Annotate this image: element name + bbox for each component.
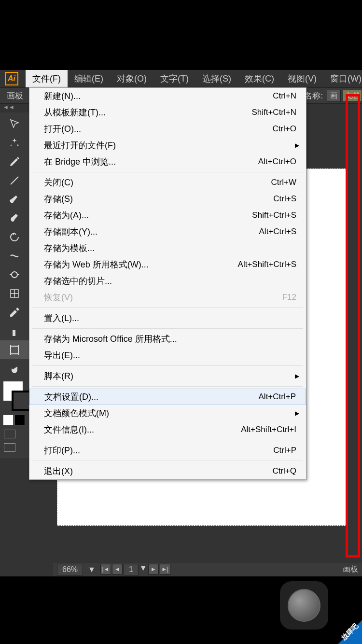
menu-item[interactable]: 关闭(C)Ctrl+W bbox=[29, 174, 306, 191]
nav-prev[interactable]: ◄ bbox=[112, 564, 123, 574]
menu-object[interactable]: 对象(O) bbox=[110, 70, 153, 87]
menu-item[interactable]: 存储(S)Ctrl+S bbox=[29, 191, 306, 207]
menu-item[interactable]: 文件信息(I)...Alt+Shift+Ctrl+I bbox=[29, 421, 306, 438]
menu-item[interactable]: 存储为 Web 所用格式(W)...Alt+Shift+Ctrl+S bbox=[29, 256, 306, 273]
menu-item[interactable]: 存储副本(Y)...Alt+Ctrl+S bbox=[29, 224, 306, 240]
svg-point-0 bbox=[12, 272, 17, 278]
free-transform-tool[interactable] bbox=[0, 265, 29, 284]
menu-item[interactable]: 脚本(R)▶ bbox=[29, 368, 306, 384]
screen-mode-1[interactable] bbox=[4, 430, 15, 438]
menu-type[interactable]: 文字(T) bbox=[153, 70, 195, 87]
magic-wand-tool[interactable] bbox=[0, 133, 29, 152]
menu-item[interactable]: 文档设置(D)...Alt+Ctrl+P bbox=[29, 389, 306, 405]
svg-rect-2 bbox=[13, 330, 15, 336]
artboard-nav: |◄ ◄ 1 ▼ ► ►| bbox=[100, 564, 170, 575]
options-tab: 画板 bbox=[7, 90, 23, 101]
menu-edit[interactable]: 编辑(E) bbox=[68, 70, 110, 87]
menu-item[interactable]: 置入(L)... bbox=[29, 310, 306, 326]
palette-black[interactable] bbox=[14, 415, 25, 425]
page-input[interactable]: 1 bbox=[124, 564, 139, 575]
screen-mode-2[interactable] bbox=[4, 443, 15, 452]
eyedropper-tool[interactable] bbox=[0, 303, 29, 322]
svg-rect-3 bbox=[11, 346, 18, 354]
watermark-corner: 放肆吧 bbox=[328, 610, 362, 644]
symbol-sprayer-tool[interactable] bbox=[0, 322, 29, 340]
menu-item[interactable]: 退出(X)Ctrl+Q bbox=[29, 463, 306, 479]
menubar: Ai 文件(F) 编辑(E) 对象(O) 文字(T) 选择(S) 效果(C) 视… bbox=[0, 70, 362, 87]
brush-tool[interactable] bbox=[0, 190, 29, 209]
nav-next[interactable]: ► bbox=[148, 564, 159, 574]
nav-first[interactable]: |◄ bbox=[100, 564, 111, 574]
name-label: 名称: bbox=[304, 90, 323, 101]
status-bar: 66% ▼ |◄ ◄ 1 ▼ ► ►| 画板 bbox=[53, 562, 362, 576]
menu-item[interactable]: 新建(N)...Ctrl+N bbox=[29, 88, 306, 104]
selection-tool[interactable] bbox=[0, 114, 29, 133]
mesh-tool[interactable] bbox=[0, 284, 29, 303]
menu-item: 恢复(V)F12 bbox=[29, 289, 306, 306]
palette-white[interactable] bbox=[3, 415, 14, 425]
blob-brush-tool[interactable] bbox=[0, 209, 29, 227]
line-tool[interactable] bbox=[0, 171, 29, 190]
tools-panel bbox=[0, 112, 29, 458]
width-tool[interactable] bbox=[0, 246, 29, 265]
menu-item[interactable]: 最近打开的文件(F)▶ bbox=[29, 137, 306, 154]
menu-item[interactable]: 在 Bridge 中浏览...Alt+Ctrl+O bbox=[29, 154, 306, 170]
status-label: 画板 bbox=[343, 564, 358, 574]
menu-item[interactable]: 打印(P)...Ctrl+P bbox=[29, 442, 306, 459]
menu-item[interactable]: 文档颜色模式(M)▶ bbox=[29, 405, 306, 421]
menu-window[interactable]: 窗口(W) bbox=[323, 70, 362, 87]
menu-item[interactable]: 存储为 Microsoft Office 所用格式... bbox=[29, 331, 306, 347]
assistive-touch-button[interactable] bbox=[280, 581, 328, 630]
menu-item[interactable]: 存储为(A)...Shift+Ctrl+S bbox=[29, 207, 306, 224]
menu-item[interactable]: 导出(E)... bbox=[29, 347, 306, 364]
menu-select[interactable]: 选择(S) bbox=[195, 70, 238, 87]
name-button[interactable]: 画 bbox=[327, 90, 341, 102]
menu-item[interactable]: 从模板新建(T)...Shift+Ctrl+N bbox=[29, 104, 306, 121]
menu-effect[interactable]: 效果(C) bbox=[238, 70, 281, 87]
nav-last[interactable]: ►| bbox=[160, 564, 170, 574]
zoom-level[interactable]: 66% bbox=[57, 564, 83, 575]
color-swatches[interactable] bbox=[0, 378, 29, 458]
artboard-tool[interactable] bbox=[0, 340, 29, 359]
name-value[interactable]: 文档 bbox=[343, 90, 362, 102]
menu-item[interactable]: 存储为模板... bbox=[29, 240, 306, 256]
menu-file[interactable]: 文件(F) bbox=[26, 70, 68, 87]
pen-tool[interactable] bbox=[0, 152, 29, 171]
menu-item[interactable]: 存储选中的切片... bbox=[29, 273, 306, 289]
rotate-tool[interactable] bbox=[0, 227, 29, 246]
menu-item[interactable]: 打开(O)...Ctrl+O bbox=[29, 121, 306, 137]
app-logo: Ai bbox=[5, 70, 18, 87]
menu-view[interactable]: 视图(V) bbox=[281, 70, 323, 87]
hand-tool[interactable] bbox=[0, 359, 29, 378]
file-menu-dropdown: 新建(N)...Ctrl+N从模板新建(T)...Shift+Ctrl+N打开(… bbox=[29, 87, 306, 480]
app-window: Ai 文件(F) 编辑(E) 对象(O) 文字(T) 选择(S) 效果(C) 视… bbox=[0, 70, 362, 576]
